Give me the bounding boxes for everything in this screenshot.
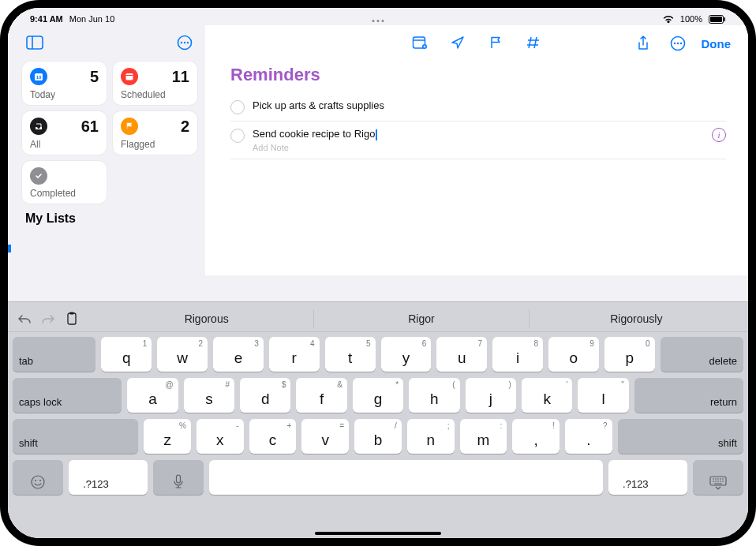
battery-percent: 100% [680, 14, 702, 24]
svg-rect-21 [70, 312, 74, 314]
key-period[interactable]: ?. [565, 419, 612, 454]
details-button[interactable] [409, 32, 431, 54]
key-o[interactable]: 9o [548, 337, 599, 372]
shift-key-left[interactable]: shift [13, 419, 138, 454]
smartcard-today[interactable]: 10 5 Today [22, 62, 107, 105]
dismiss-keyboard-key[interactable] [693, 460, 743, 495]
shift-key-right[interactable]: shift [618, 419, 743, 454]
key-g[interactable]: *g [353, 378, 403, 413]
share-button[interactable] [632, 32, 654, 54]
svg-rect-11 [126, 73, 133, 80]
keyboard-row-4: .?123 .?123 [13, 460, 743, 495]
reminder-title[interactable]: Pick up arts & crafts supplies [253, 99, 726, 111]
key-y[interactable]: 6y [381, 337, 432, 372]
calendar-icon [121, 68, 138, 85]
key-r[interactable]: 4r [269, 337, 320, 372]
key-k[interactable]: 'k [522, 378, 572, 413]
mic-key[interactable] [153, 460, 204, 495]
key-a[interactable]: @a [127, 378, 178, 413]
svg-rect-25 [177, 475, 181, 483]
key-v[interactable]: =v [301, 419, 349, 454]
key-w[interactable]: 2w [157, 337, 208, 372]
svg-point-6 [181, 42, 182, 43]
multitasking-dots[interactable] [372, 20, 384, 22]
suggestion[interactable]: Rigor [314, 309, 529, 328]
space-key[interactable] [209, 460, 603, 495]
key-z[interactable]: %z [144, 419, 191, 454]
return-key[interactable]: return [634, 378, 743, 413]
reminder-item[interactable]: Pick up arts & crafts supplies [230, 93, 726, 122]
key-h[interactable]: (h [409, 378, 459, 413]
reminder-checkbox[interactable] [230, 129, 245, 143]
delete-key[interactable]: delete [661, 337, 743, 372]
home-indicator[interactable] [315, 532, 441, 535]
reminder-item[interactable]: Send cookie recipe to Rigo Add Note i [230, 122, 726, 159]
reminders-list: Pick up arts & crafts supplies Send cook… [219, 93, 734, 159]
flagged-count: 2 [181, 118, 189, 136]
flagged-label: Flagged [121, 139, 189, 150]
key-s[interactable]: #s [184, 378, 234, 413]
sidebar-toggle-button[interactable] [24, 32, 46, 54]
svg-rect-2 [724, 17, 726, 21]
main-more-button[interactable] [667, 32, 689, 54]
tag-button[interactable] [522, 32, 545, 54]
key-c[interactable]: +c [249, 419, 297, 454]
status-time: 9:41 AM [30, 14, 63, 24]
key-x[interactable]: -x [196, 419, 244, 454]
svg-point-7 [184, 42, 185, 43]
smartcard-all[interactable]: 61 All [22, 111, 107, 155]
key-t[interactable]: 5t [325, 337, 376, 372]
list-title: Reminders [230, 65, 734, 85]
svg-point-22 [32, 476, 44, 488]
svg-point-19 [679, 43, 681, 44]
key-n[interactable]: ;n [407, 419, 455, 454]
tab-key[interactable]: tab [13, 337, 95, 372]
key-f[interactable]: &f [296, 378, 346, 413]
sidebar-more-button[interactable] [174, 32, 196, 54]
status-bar: 9:41 AM Mon Jun 10 100% [8, 8, 748, 25]
key-b[interactable]: /b [354, 419, 402, 454]
capslock-key[interactable]: caps lock [13, 378, 122, 413]
reminder-checkbox[interactable] [230, 100, 245, 114]
all-label: All [30, 139, 99, 150]
suggestion[interactable]: Rigorous [99, 309, 314, 328]
key-e[interactable]: 3e [213, 337, 264, 372]
location-button[interactable] [447, 32, 469, 54]
keyboard-row-3: shift %z -x +c =v /b ;n :m !, ?. shift [13, 419, 743, 454]
keyboard: Rigorous Rigor Rigorously tab 1q 2w 3e 4… [8, 301, 748, 538]
svg-point-24 [39, 480, 41, 481]
all-count: 61 [81, 118, 99, 136]
svg-rect-1 [710, 17, 722, 22]
key-i[interactable]: 8i [492, 337, 543, 372]
key-d[interactable]: $d [240, 378, 290, 413]
undo-button[interactable] [16, 310, 33, 327]
suggestion[interactable]: Rigorously [530, 309, 743, 328]
key-comma[interactable]: !, [512, 419, 560, 454]
smartcard-completed[interactable]: Completed [22, 161, 107, 204]
status-date: Mon Jun 10 [69, 14, 114, 24]
info-button[interactable]: i [712, 128, 726, 142]
svg-point-23 [35, 480, 36, 481]
numsym-key-left[interactable]: .?123 [69, 460, 148, 495]
key-j[interactable]: )j [466, 378, 516, 413]
redo-button[interactable] [39, 310, 57, 327]
smartcard-scheduled[interactable]: 11 Scheduled [113, 62, 197, 105]
tray-icon [30, 118, 47, 135]
sidebar: 10 5 Today 11 Scheduled [8, 25, 205, 275]
emoji-key[interactable] [13, 460, 63, 495]
keyboard-row-1: tab 1q 2w 3e 4r 5t 6y 7u 8i 9o 0p delete [13, 337, 743, 372]
numsym-key-right[interactable]: .?123 [608, 460, 687, 495]
done-button[interactable]: Done [702, 37, 732, 50]
key-l[interactable]: "l [578, 378, 628, 413]
flag-button[interactable] [485, 32, 507, 54]
reminder-title[interactable]: Send cookie recipe to Rigo [253, 128, 704, 140]
edge-indicator [8, 245, 11, 252]
key-q[interactable]: 1q [101, 337, 152, 372]
key-m[interactable]: :m [460, 419, 507, 454]
add-note-placeholder[interactable]: Add Note [253, 143, 704, 152]
clipboard-button[interactable] [63, 310, 80, 327]
key-u[interactable]: 7u [436, 337, 487, 372]
svg-rect-3 [27, 36, 43, 49]
smartcard-flagged[interactable]: 2 Flagged [113, 111, 197, 155]
key-p[interactable]: 0p [604, 337, 655, 372]
